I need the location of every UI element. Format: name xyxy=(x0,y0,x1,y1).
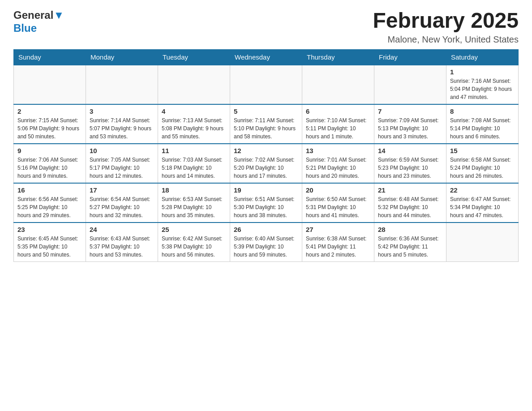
calendar-day-cell: 13Sunrise: 7:01 AM Sunset: 5:21 PM Dayli… xyxy=(302,144,374,183)
calendar-day-cell xyxy=(374,65,446,104)
calendar-day-cell: 15Sunrise: 6:58 AM Sunset: 5:24 PM Dayli… xyxy=(446,144,519,183)
day-number: 4 xyxy=(162,107,226,115)
day-number: 11 xyxy=(162,147,226,154)
day-info: Sunrise: 7:16 AM Sunset: 5:04 PM Dayligh… xyxy=(450,77,515,101)
calendar-table: Sunday Monday Tuesday Wednesday Thursday… xyxy=(13,49,519,262)
day-number: 19 xyxy=(234,186,298,194)
day-info: Sunrise: 6:45 AM Sunset: 5:35 PM Dayligh… xyxy=(17,235,82,259)
month-title: February 2025 xyxy=(373,9,519,33)
logo-line1: General▼ xyxy=(13,9,64,22)
day-info: Sunrise: 6:54 AM Sunset: 5:27 PM Dayligh… xyxy=(90,195,154,219)
day-number: 18 xyxy=(162,186,226,194)
day-info: Sunrise: 6:59 AM Sunset: 5:23 PM Dayligh… xyxy=(378,156,442,180)
day-number: 23 xyxy=(17,226,82,233)
day-info: Sunrise: 6:51 AM Sunset: 5:30 PM Dayligh… xyxy=(234,195,298,219)
calendar-day-cell: 10Sunrise: 7:05 AM Sunset: 5:17 PM Dayli… xyxy=(86,144,158,183)
day-info: Sunrise: 7:11 AM Sunset: 5:10 PM Dayligh… xyxy=(234,116,298,141)
header-sunday: Sunday xyxy=(14,49,86,65)
calendar-day-cell xyxy=(86,65,158,104)
calendar-day-cell: 25Sunrise: 6:42 AM Sunset: 5:38 PM Dayli… xyxy=(158,223,230,262)
day-number: 28 xyxy=(378,226,442,233)
day-number: 26 xyxy=(234,226,298,233)
calendar-day-cell: 11Sunrise: 7:03 AM Sunset: 5:18 PM Dayli… xyxy=(158,144,230,183)
calendar-day-cell: 20Sunrise: 6:50 AM Sunset: 5:31 PM Dayli… xyxy=(302,183,374,223)
day-number: 12 xyxy=(234,147,298,154)
calendar-day-cell: 7Sunrise: 7:09 AM Sunset: 5:13 PM Daylig… xyxy=(374,104,446,144)
day-info: Sunrise: 7:01 AM Sunset: 5:21 PM Dayligh… xyxy=(306,156,370,180)
calendar-day-cell xyxy=(14,65,86,104)
calendar-day-cell: 9Sunrise: 7:06 AM Sunset: 5:16 PM Daylig… xyxy=(14,144,86,183)
day-number: 25 xyxy=(162,226,226,233)
day-number: 10 xyxy=(90,147,154,154)
day-info: Sunrise: 6:40 AM Sunset: 5:39 PM Dayligh… xyxy=(234,235,298,259)
day-info: Sunrise: 7:13 AM Sunset: 5:08 PM Dayligh… xyxy=(162,116,226,141)
calendar-day-cell: 26Sunrise: 6:40 AM Sunset: 5:39 PM Dayli… xyxy=(230,223,302,262)
day-number: 21 xyxy=(378,186,442,194)
header-wednesday: Wednesday xyxy=(230,49,302,65)
day-info: Sunrise: 6:48 AM Sunset: 5:32 PM Dayligh… xyxy=(378,195,442,219)
day-number: 6 xyxy=(306,107,370,115)
day-number: 9 xyxy=(17,147,82,154)
calendar-day-cell: 24Sunrise: 6:43 AM Sunset: 5:37 PM Dayli… xyxy=(86,223,158,262)
day-info: Sunrise: 7:06 AM Sunset: 5:16 PM Dayligh… xyxy=(17,156,82,180)
day-number: 20 xyxy=(306,186,370,194)
calendar-day-cell: 5Sunrise: 7:11 AM Sunset: 5:10 PM Daylig… xyxy=(230,104,302,144)
calendar-day-cell: 2Sunrise: 7:15 AM Sunset: 5:06 PM Daylig… xyxy=(14,104,86,144)
calendar-day-cell: 21Sunrise: 6:48 AM Sunset: 5:32 PM Dayli… xyxy=(374,183,446,223)
day-info: Sunrise: 6:50 AM Sunset: 5:31 PM Dayligh… xyxy=(306,195,370,219)
calendar-week-row: 23Sunrise: 6:45 AM Sunset: 5:35 PM Dayli… xyxy=(14,223,519,262)
day-info: Sunrise: 7:10 AM Sunset: 5:11 PM Dayligh… xyxy=(306,116,370,141)
calendar-day-cell: 17Sunrise: 6:54 AM Sunset: 5:27 PM Dayli… xyxy=(86,183,158,223)
location-subtitle: Malone, New York, United States xyxy=(373,34,519,45)
calendar-week-row: 16Sunrise: 6:56 AM Sunset: 5:25 PM Dayli… xyxy=(14,183,519,223)
calendar-day-cell: 12Sunrise: 7:02 AM Sunset: 5:20 PM Dayli… xyxy=(230,144,302,183)
calendar-day-cell: 28Sunrise: 6:36 AM Sunset: 5:42 PM Dayli… xyxy=(374,223,446,262)
page-header: General▼ Blue February 2025 Malone, New … xyxy=(13,9,519,45)
calendar-day-cell: 22Sunrise: 6:47 AM Sunset: 5:34 PM Dayli… xyxy=(446,183,519,223)
day-info: Sunrise: 7:09 AM Sunset: 5:13 PM Dayligh… xyxy=(378,116,442,141)
day-info: Sunrise: 7:02 AM Sunset: 5:20 PM Dayligh… xyxy=(234,156,298,180)
title-section: February 2025 Malone, New York, United S… xyxy=(373,9,519,45)
day-info: Sunrise: 6:38 AM Sunset: 5:41 PM Dayligh… xyxy=(306,235,370,259)
day-number: 24 xyxy=(90,226,154,233)
logo-triangle-icon: ▼ xyxy=(53,9,64,21)
day-info: Sunrise: 7:15 AM Sunset: 5:06 PM Dayligh… xyxy=(17,116,82,141)
header-saturday: Saturday xyxy=(446,49,519,65)
calendar-day-cell: 6Sunrise: 7:10 AM Sunset: 5:11 PM Daylig… xyxy=(302,104,374,144)
calendar-day-cell: 3Sunrise: 7:14 AM Sunset: 5:07 PM Daylig… xyxy=(86,104,158,144)
calendar-day-cell xyxy=(446,223,519,262)
day-number: 16 xyxy=(17,186,82,194)
calendar-day-cell: 16Sunrise: 6:56 AM Sunset: 5:25 PM Dayli… xyxy=(14,183,86,223)
day-number: 3 xyxy=(90,107,154,115)
calendar-day-cell: 19Sunrise: 6:51 AM Sunset: 5:30 PM Dayli… xyxy=(230,183,302,223)
day-number: 15 xyxy=(450,147,515,154)
logo-general-text: General xyxy=(13,9,53,21)
day-number: 7 xyxy=(378,107,442,115)
day-number: 1 xyxy=(450,68,515,76)
calendar-day-cell: 8Sunrise: 7:08 AM Sunset: 5:14 PM Daylig… xyxy=(446,104,519,144)
header-monday: Monday xyxy=(86,49,158,65)
day-number: 8 xyxy=(450,107,515,115)
calendar-day-cell xyxy=(230,65,302,104)
calendar-day-cell: 4Sunrise: 7:13 AM Sunset: 5:08 PM Daylig… xyxy=(158,104,230,144)
day-info: Sunrise: 6:56 AM Sunset: 5:25 PM Dayligh… xyxy=(17,195,82,219)
calendar-day-cell: 1Sunrise: 7:16 AM Sunset: 5:04 PM Daylig… xyxy=(446,65,519,104)
day-info: Sunrise: 6:58 AM Sunset: 5:24 PM Dayligh… xyxy=(450,156,515,180)
day-number: 17 xyxy=(90,186,154,194)
header-friday: Friday xyxy=(374,49,446,65)
calendar-day-cell: 23Sunrise: 6:45 AM Sunset: 5:35 PM Dayli… xyxy=(14,223,86,262)
day-info: Sunrise: 7:05 AM Sunset: 5:17 PM Dayligh… xyxy=(90,156,154,180)
calendar-day-cell xyxy=(158,65,230,104)
calendar-week-row: 2Sunrise: 7:15 AM Sunset: 5:06 PM Daylig… xyxy=(14,104,519,144)
calendar-header-row: Sunday Monday Tuesday Wednesday Thursday… xyxy=(14,49,519,65)
day-info: Sunrise: 7:14 AM Sunset: 5:07 PM Dayligh… xyxy=(90,116,154,141)
header-tuesday: Tuesday xyxy=(158,49,230,65)
calendar-week-row: 1Sunrise: 7:16 AM Sunset: 5:04 PM Daylig… xyxy=(14,65,519,104)
header-thursday: Thursday xyxy=(302,49,374,65)
calendar-week-row: 9Sunrise: 7:06 AM Sunset: 5:16 PM Daylig… xyxy=(14,144,519,183)
day-number: 27 xyxy=(306,226,370,233)
calendar-day-cell: 14Sunrise: 6:59 AM Sunset: 5:23 PM Dayli… xyxy=(374,144,446,183)
logo-line2: Blue xyxy=(13,22,37,35)
day-info: Sunrise: 7:03 AM Sunset: 5:18 PM Dayligh… xyxy=(162,156,226,180)
day-number: 13 xyxy=(306,147,370,154)
